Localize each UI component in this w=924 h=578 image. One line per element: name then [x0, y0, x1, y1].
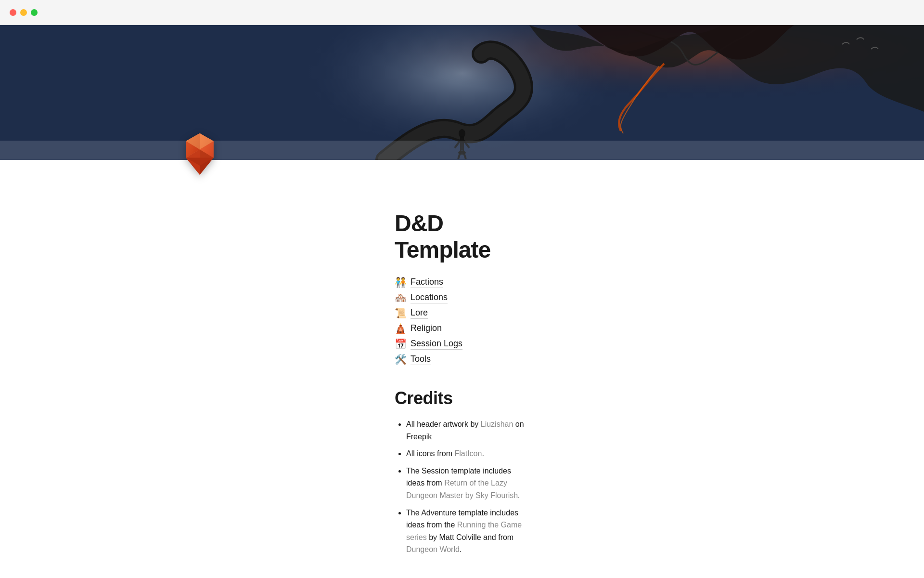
minimize-button[interactable] — [20, 9, 27, 16]
religion-link[interactable]: Religion — [411, 323, 442, 334]
nav-item-tools: 🛠️ Tools — [395, 354, 529, 365]
credits-adventure-text-after: . — [460, 545, 462, 553]
credits-session-text-after: . — [518, 491, 520, 499]
locations-link[interactable]: Locations — [411, 292, 448, 303]
nav-item-session-logs: 📅 Session Logs — [395, 338, 529, 350]
credits-item-icons: All icons from FlatIcon. — [406, 447, 529, 460]
session-logs-link[interactable]: Session Logs — [411, 339, 462, 350]
credits-item-artwork: All header artwork by Liuzishan on Freep… — [406, 418, 529, 443]
page-icon-wrapper — [0, 131, 924, 184]
lore-icon: 📜 — [395, 307, 407, 319]
session-logs-icon: 📅 — [395, 338, 407, 350]
factions-link[interactable]: Factions — [411, 277, 443, 288]
credits-item-session: The Session template includes ideas from… — [406, 465, 529, 502]
religion-icon: 🛕 — [395, 323, 407, 334]
main-content: D&D Template 🧑‍🤝‍🧑 Factions 🏘️ Locations… — [221, 184, 703, 578]
credits-adventure-text-mid: by Matt Colville and from — [427, 533, 514, 541]
tools-icon: 🛠️ — [395, 354, 407, 365]
credits-list: All header artwork by Liuzishan on Freep… — [395, 418, 529, 556]
credits-flaticon-link[interactable]: FlatIcon — [454, 449, 482, 458]
nav-item-factions: 🧑‍🤝‍🧑 Factions — [395, 276, 529, 288]
factions-icon: 🧑‍🤝‍🧑 — [395, 276, 407, 288]
credits-dungeon-world-link[interactable]: Dungeon World — [406, 545, 460, 553]
credits-icons-text-after: . — [482, 449, 484, 458]
window-chrome — [0, 0, 924, 25]
dice-icon — [173, 131, 226, 184]
nav-item-locations: 🏘️ Locations — [395, 292, 529, 303]
credits-icons-text: All icons from — [406, 449, 454, 458]
maximize-button[interactable] — [31, 9, 38, 16]
page-title: D&D Template — [395, 210, 529, 263]
nav-list: 🧑‍🤝‍🧑 Factions 🏘️ Locations 📜 Lore 🛕 Rel… — [395, 276, 529, 365]
credits-artwork-text: All header artwork by — [406, 420, 481, 428]
tools-link[interactable]: Tools — [411, 354, 431, 365]
nav-item-religion: 🛕 Religion — [395, 323, 529, 334]
locations-icon: 🏘️ — [395, 292, 407, 303]
close-button[interactable] — [10, 9, 16, 16]
credits-liuzishan-link[interactable]: Liuzishan — [481, 420, 513, 428]
lore-link[interactable]: Lore — [411, 308, 428, 319]
credits-title: Credits — [395, 388, 529, 408]
credits-item-adventure: The Adventure template includes ideas fr… — [406, 507, 529, 556]
nav-item-lore: 📜 Lore — [395, 307, 529, 319]
